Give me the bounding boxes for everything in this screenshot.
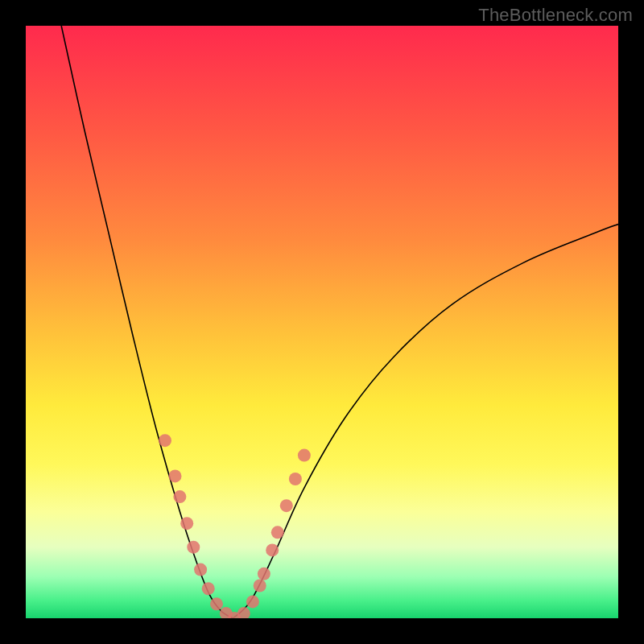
overlay-dot xyxy=(289,473,302,485)
overlay-dot xyxy=(254,580,266,592)
overlay-dot xyxy=(169,469,182,482)
curve-left-path xyxy=(61,26,233,618)
overlay-dot xyxy=(194,564,207,576)
watermark-text: TheBottleneck.com xyxy=(478,5,633,26)
overlay-dots-group xyxy=(159,434,311,618)
chart-svg xyxy=(26,26,618,618)
overlay-dot xyxy=(280,499,293,512)
overlay-dot xyxy=(173,490,186,503)
overlay-dot xyxy=(187,541,200,554)
overlay-dot xyxy=(180,517,193,530)
overlay-dot xyxy=(246,595,259,608)
overlay-dot xyxy=(159,434,171,447)
overlay-dot xyxy=(258,568,270,580)
overlay-dot xyxy=(237,607,250,618)
plot-area xyxy=(26,26,618,618)
overlay-dot xyxy=(210,597,223,610)
chart-frame: TheBottleneck.com xyxy=(0,0,644,644)
overlay-dot xyxy=(202,582,215,595)
overlay-dot xyxy=(266,543,279,556)
overlay-dot xyxy=(298,449,311,462)
curve-right-path xyxy=(233,225,618,618)
overlay-dot xyxy=(271,526,284,539)
